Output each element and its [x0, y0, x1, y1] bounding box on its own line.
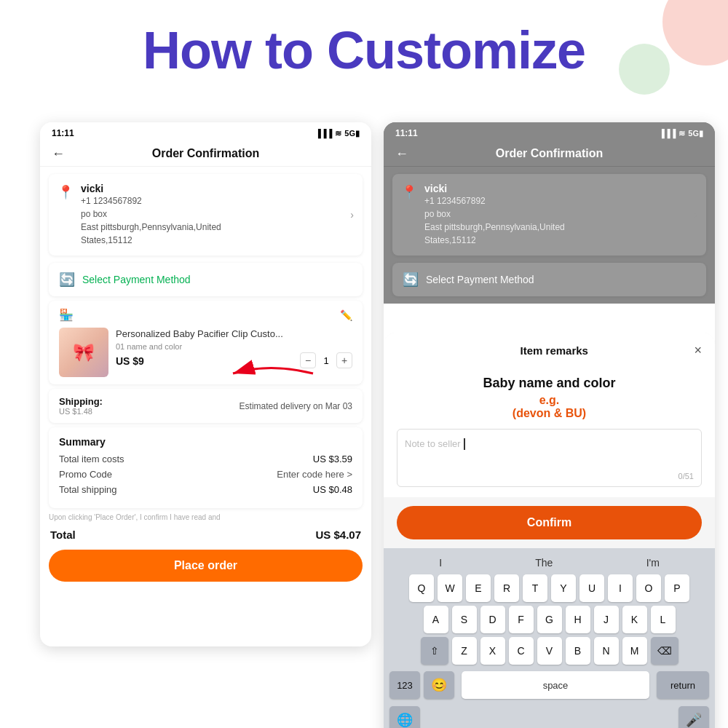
key-q[interactable]: Q: [409, 574, 434, 602]
key-numbers[interactable]: 123: [389, 671, 420, 699]
address-info: vicki +1 1234567892 po box East pittsbur…: [81, 183, 221, 247]
keyboard-row-1: Q W E R T Y U I O P: [387, 574, 712, 602]
left-time: 11:11: [52, 128, 74, 138]
key-r[interactable]: R: [494, 574, 519, 602]
key-shift[interactable]: ⇧: [421, 637, 448, 665]
place-order-button[interactable]: Place order: [49, 550, 363, 582]
text-cursor: [464, 438, 465, 450]
key-p[interactable]: P: [665, 574, 689, 602]
left-back-button[interactable]: ←: [52, 146, 65, 162]
right-back-button[interactable]: ←: [395, 146, 408, 162]
total-value: US $4.07: [315, 529, 361, 541]
right-time: 11:11: [395, 128, 418, 138]
key-f[interactable]: F: [509, 606, 534, 633]
edit-icon[interactable]: ✏️: [340, 309, 352, 321]
modal-header: Item remarks ×: [384, 333, 715, 365]
key-b[interactable]: B: [566, 637, 590, 665]
qty-increase-button[interactable]: +: [336, 352, 352, 368]
address-phone: +1 1234567892: [81, 194, 221, 207]
key-microphone[interactable]: 🎤: [678, 706, 709, 728]
key-m[interactable]: M: [622, 637, 647, 665]
right-status-bar: 11:11 ▐▐▐ ≋ 5G▮: [384, 122, 715, 141]
keyboard: I The I'm Q W E R T Y U I O P A S D: [384, 548, 715, 728]
shipping-total-label: Total shipping: [59, 484, 117, 495]
left-address-card[interactable]: 📍 vicki +1 1234567892 po box East pittsb…: [49, 174, 363, 256]
note-input-area[interactable]: Note to seller 0/51: [397, 429, 702, 487]
shipping-label: Shipping:: [59, 396, 103, 407]
key-emoji[interactable]: 😊: [424, 671, 454, 699]
key-return[interactable]: return: [657, 671, 709, 699]
signal-icon: ▐▐▐: [315, 129, 332, 138]
key-h[interactable]: H: [566, 606, 590, 633]
key-y[interactable]: Y: [551, 574, 576, 602]
key-u[interactable]: U: [579, 574, 604, 602]
right-address-arrow-icon: ›: [694, 209, 697, 221]
remarks-heading: Baby name and color: [397, 376, 702, 391]
right-nav-header: ← Order Confirmation: [384, 141, 715, 167]
summary-shipping-row: Total shipping US $0.48: [59, 484, 352, 495]
suggestion-the[interactable]: The: [535, 557, 553, 569]
key-x[interactable]: X: [480, 637, 505, 665]
key-j[interactable]: J: [594, 606, 619, 633]
address-line3: States,15112: [81, 234, 221, 247]
key-w[interactable]: W: [438, 574, 462, 602]
right-wifi-icon: ≋: [678, 129, 685, 138]
wifi-icon: ≋: [335, 129, 341, 138]
key-z[interactable]: Z: [452, 637, 477, 665]
keyboard-bottom-row: 123 😊 space return: [387, 668, 712, 705]
key-a[interactable]: A: [424, 606, 448, 633]
item-remarks-modal: Item remarks × Baby name and color e.g.(…: [384, 333, 715, 728]
key-g[interactable]: G: [537, 606, 562, 633]
right-address-name: vicki: [424, 183, 565, 194]
key-globe[interactable]: 🌐: [389, 706, 420, 728]
promo-label: Promo Code: [59, 469, 112, 480]
key-space[interactable]: space: [462, 671, 649, 699]
key-v[interactable]: V: [537, 637, 562, 665]
key-o[interactable]: O: [636, 574, 661, 602]
left-phone-screen: 11:11 ▐▐▐ ≋ 5G▮ ← Order Confirmation 📍 v…: [40, 122, 371, 646]
product-name: Personalized Baby Pacifier Clip Custo...: [116, 328, 352, 341]
right-payment-label: Select Payment Method: [426, 274, 534, 285]
product-variant: 01 name and color: [116, 342, 352, 351]
keyboard-row-2: A S D F G H J K L: [387, 606, 712, 633]
left-status-bar: 11:11 ▐▐▐ ≋ 5G▮: [40, 122, 371, 141]
modal-close-button[interactable]: ×: [694, 343, 702, 358]
keyboard-suggestions: I The I'm: [387, 554, 712, 574]
key-e[interactable]: E: [466, 574, 491, 602]
key-k[interactable]: K: [622, 606, 647, 633]
key-t[interactable]: T: [523, 574, 547, 602]
right-battery-icon: 5G▮: [688, 129, 703, 138]
right-signal-icon: ▐▐▐: [659, 129, 676, 138]
summary-promo-row[interactable]: Promo Code Enter code here >: [59, 469, 352, 480]
left-status-icons: ▐▐▐ ≋ 5G▮: [315, 129, 360, 138]
summary-section: Summary Total item costs US $3.59 Promo …: [49, 427, 363, 508]
key-s[interactable]: S: [452, 606, 477, 633]
right-address-phone: +1 1234567892: [424, 194, 565, 207]
payment-icon: 🔄: [59, 272, 75, 288]
key-delete[interactable]: ⌫: [651, 637, 678, 665]
promo-value[interactable]: Enter code here >: [277, 469, 352, 480]
store-icon: 🏪: [59, 308, 74, 322]
location-icon: 📍: [58, 184, 74, 200]
key-n[interactable]: N: [594, 637, 619, 665]
left-payment-label: Select Payment Method: [82, 274, 191, 285]
left-page-title: Order Confirmation: [152, 147, 260, 160]
key-i[interactable]: I: [608, 574, 633, 602]
battery-icon: 5G▮: [344, 129, 360, 138]
remarks-content: Baby name and color e.g.(devon & BU) Not…: [384, 365, 715, 497]
left-payment-row[interactable]: 🔄 Select Payment Method: [49, 263, 363, 296]
red-arrow-indicator: [226, 355, 320, 392]
summary-item-costs-row: Total item costs US $3.59: [59, 454, 352, 464]
confirm-button[interactable]: Confirm: [397, 506, 702, 539]
right-address-line1: po box: [424, 207, 565, 221]
right-payment-row[interactable]: 🔄 Select Payment Method: [392, 263, 706, 296]
suggestion-i[interactable]: I: [439, 557, 442, 569]
suggestion-im[interactable]: I'm: [646, 557, 660, 569]
key-c[interactable]: C: [509, 637, 534, 665]
note-placeholder: Note to seller: [405, 438, 461, 449]
right-address-card[interactable]: 📍 vicki +1 1234567892 po box East pittsb…: [392, 174, 706, 256]
keyboard-row-3: ⇧ Z X C V B N M ⌫: [387, 637, 712, 665]
right-status-icons: ▐▐▐ ≋ 5G▮: [659, 129, 703, 138]
key-l[interactable]: L: [651, 606, 676, 633]
key-d[interactable]: D: [480, 606, 505, 633]
